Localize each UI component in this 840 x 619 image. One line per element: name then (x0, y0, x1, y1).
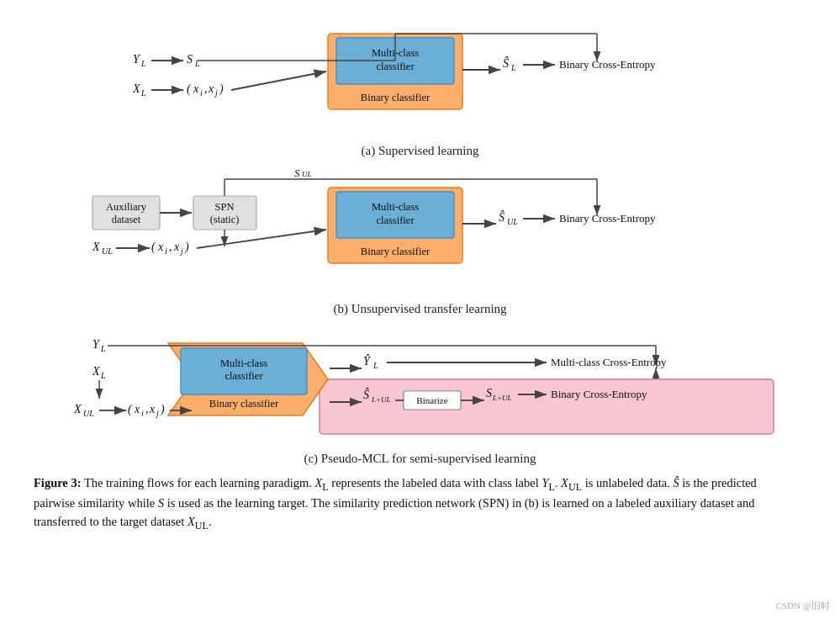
arrow-pair-box-a (231, 71, 326, 90)
label-xi-a: x (193, 82, 199, 95)
box-auxiliary-label2: dataset (111, 214, 140, 225)
diagram-c: Multi-class classifier Binary classifier… (34, 325, 806, 466)
label-xl-sub-c: L (100, 371, 106, 380)
box-b-multiclass-label2: classifier (376, 214, 415, 226)
label-comma-c: , (145, 403, 149, 415)
figure-caption-bold: Figure 3: (34, 476, 82, 489)
label-yl-c: Y (92, 338, 101, 351)
box-c-multiclass-label1: Multi-class (219, 357, 267, 369)
label-rparen-b: ) (184, 241, 189, 254)
box-spn-label1: SPN (214, 201, 234, 213)
label-sl-a: S (187, 53, 193, 66)
caption-b: (b) Unsupervised transfer learning (34, 302, 806, 316)
label-shat-sub-a: L (510, 63, 516, 72)
label-xi-c: x (134, 403, 140, 415)
label-xi-b: x (157, 241, 164, 253)
label-rparen-a: ) (219, 82, 224, 96)
label-shat-a: Ŝ (503, 56, 509, 70)
label-sul-c: S (486, 387, 492, 399)
box-pink-bg (320, 379, 774, 434)
label-sul-sub-c: L+UL (492, 394, 512, 402)
label-xi-sub-b: i (165, 246, 167, 256)
label-xl-c: X (92, 365, 100, 378)
label-yl-sub-a: L (140, 59, 146, 68)
label-xj-c: x (149, 403, 156, 415)
main-container: Multi-class classifier Binary classifier… (0, 0, 840, 619)
label-shat-sub-c: L+UL (371, 395, 391, 404)
label-xj-b: x (173, 241, 180, 253)
figure-caption: Figure 3: The training flows for each le… (34, 474, 790, 533)
label-bce-c: Binary Cross-Entropy (551, 388, 647, 400)
label-xj-sub-c: j (155, 409, 159, 418)
label-rparen-c: ) (160, 403, 165, 416)
label-xul-b: X (92, 241, 100, 253)
label-comma-b: , (169, 241, 172, 253)
box-c-multiclass-label2: classifier (225, 370, 263, 382)
label-xi-sub-c: i (141, 409, 144, 418)
label-comma-a: , (204, 82, 208, 95)
svg-a: Multi-class classifier Binary classifier… (42, 17, 799, 139)
box-a-multiclass-label2: classifier (376, 61, 415, 72)
label-yhat-sub-c: L (372, 361, 378, 370)
label-pair-b: ( (151, 241, 156, 254)
label-xj-sub-b: j (179, 246, 183, 256)
label-shat-b: Ŝ (499, 210, 505, 224)
caption-c: (c) Pseudo-MCL for semi-supervised learn… (34, 452, 806, 466)
label-yl-sub-c: L (100, 344, 106, 353)
box-a-binary-label: Binary classifier (360, 92, 430, 103)
box-b-multiclass-label1: Multi-class (371, 201, 418, 213)
box-b-binary-label: Binary classifier (360, 246, 430, 257)
figure-caption-text: The training flows for each learning par… (34, 476, 757, 528)
watermark: CSDN @旧时 (776, 600, 830, 612)
label-xi-sub-a: i (200, 88, 203, 98)
label-pair-a: ( (187, 82, 192, 96)
label-bce-a: Binary Cross-Entropy (559, 58, 656, 71)
svg-b: Auxiliary dataset SPN (static) S UL Mult… (42, 167, 799, 297)
label-xul-sub-b: UL (102, 246, 113, 256)
label-xul-sub-c: UL (83, 409, 94, 418)
label-sul-top: S (294, 167, 300, 179)
arrow-pair-box-b (197, 230, 326, 248)
box-binarize-label: Binarize (416, 395, 447, 405)
label-mcce-c: Multi-class Cross-Entropy (551, 356, 667, 368)
label-yhat-c: Ŷ (363, 354, 372, 368)
diagram-a: Multi-class classifier Binary classifier… (34, 17, 806, 158)
box-auxiliary-label1: Auxiliary (106, 201, 147, 213)
label-yl-a: Y (133, 53, 141, 66)
box-c-binary-label: Binary classifier (209, 398, 278, 410)
label-bce-b: Binary Cross-Entropy (559, 212, 656, 225)
caption-a: (a) Supervised learning (34, 144, 806, 158)
label-xl-a: X (132, 82, 140, 95)
diagram-b: Auxiliary dataset SPN (static) S UL Mult… (34, 167, 806, 316)
label-shat-c: Ŝ (363, 388, 369, 401)
label-xj-a: x (208, 82, 214, 95)
label-xj-sub-a: j (214, 88, 218, 98)
label-xl-sub-a: L (140, 88, 146, 98)
box-spn-label2: (static) (209, 214, 239, 225)
label-shat-sub-b: UL (507, 217, 518, 226)
label-xul-c: X (73, 403, 82, 415)
label-sul-sub-top: UL (302, 170, 312, 178)
label-pair-c: ( (128, 403, 133, 416)
svg-c: Multi-class classifier Binary classifier… (42, 325, 799, 447)
